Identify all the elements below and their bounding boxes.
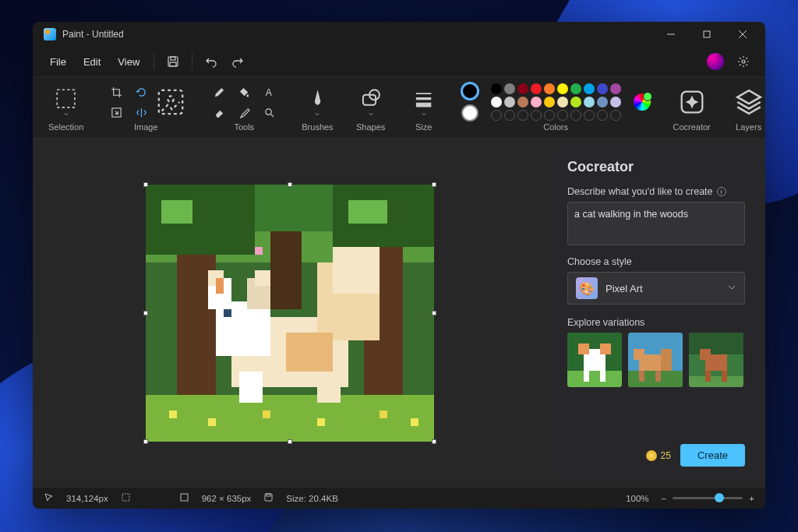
color-swatch[interactable] (570, 83, 581, 94)
color-swatch[interactable] (491, 97, 502, 107)
resize-handle[interactable] (432, 311, 436, 315)
maximize-button[interactable] (689, 22, 725, 47)
save-button[interactable] (161, 49, 185, 74)
rotate-tool[interactable] (130, 83, 152, 101)
custom-color-slot[interactable] (544, 110, 555, 121)
color-swatch[interactable] (491, 83, 502, 94)
custom-color-slot[interactable] (597, 110, 608, 121)
color-swatch[interactable] (557, 97, 568, 107)
resize-tool[interactable] (105, 103, 127, 122)
custom-color-slot[interactable] (557, 110, 568, 121)
remove-bg-tool[interactable] (155, 87, 186, 117)
flip-tool[interactable] (130, 103, 152, 122)
color1-swatch[interactable] (461, 83, 478, 100)
svg-rect-73 (181, 494, 188, 501)
variations-label: Explore variations (567, 317, 745, 328)
prompt-input[interactable] (567, 202, 745, 245)
style-value: Pixel Art (606, 283, 643, 294)
cocreator-button[interactable] (673, 87, 711, 117)
resize-handle[interactable] (432, 439, 436, 444)
menu-view[interactable]: View (110, 52, 147, 72)
svg-rect-57 (600, 371, 606, 382)
color-swatch[interactable] (610, 83, 621, 94)
canvas-area[interactable] (33, 139, 547, 487)
resize-handle[interactable] (288, 182, 292, 187)
group-colors: Colors (454, 80, 659, 135)
svg-rect-49 (411, 418, 418, 426)
color-swatch[interactable] (584, 83, 595, 94)
brushes-dropdown[interactable] (302, 87, 333, 117)
svg-rect-41 (317, 372, 341, 403)
layers-button[interactable] (733, 87, 764, 117)
pencil-tool[interactable] (208, 83, 230, 101)
eraser-tool[interactable] (208, 103, 230, 122)
resize-handle[interactable] (432, 182, 436, 187)
menu-edit[interactable]: Edit (76, 52, 108, 72)
color-swatch[interactable] (504, 97, 515, 107)
create-button[interactable]: Create (680, 444, 745, 467)
undo-button[interactable] (199, 49, 224, 74)
style-dropdown[interactable]: 🎨 Pixel Art (567, 272, 745, 305)
custom-color-slot[interactable] (504, 110, 515, 121)
color-swatch[interactable] (531, 83, 542, 94)
user-avatar[interactable] (703, 49, 728, 74)
menu-file[interactable]: File (42, 52, 74, 72)
svg-rect-62 (661, 349, 672, 371)
svg-rect-74 (265, 494, 272, 501)
ribbon: Selection Image A (33, 76, 765, 139)
size-dropdown[interactable] (408, 87, 440, 117)
selection-tool[interactable] (51, 87, 82, 117)
color-swatch[interactable] (544, 97, 555, 107)
variation-thumbnail[interactable] (628, 333, 683, 387)
color-swatch[interactable] (531, 97, 542, 107)
custom-color-slot[interactable] (584, 110, 595, 121)
magnifier-tool[interactable] (258, 103, 280, 122)
coin-icon (646, 450, 657, 461)
color-swatch[interactable] (544, 83, 555, 94)
color-swatch[interactable] (504, 83, 515, 94)
redo-button[interactable] (225, 49, 250, 74)
custom-color-slot[interactable] (570, 110, 581, 121)
shapes-dropdown[interactable] (355, 87, 387, 117)
color2-swatch[interactable] (461, 104, 478, 122)
resize-handle[interactable] (143, 439, 148, 444)
color-swatch[interactable] (570, 97, 581, 107)
color-swatch[interactable] (517, 83, 528, 94)
minimize-button[interactable] (653, 22, 689, 47)
variation-thumbnail[interactable] (689, 333, 743, 387)
color-swatch[interactable] (557, 83, 568, 94)
crop-tool[interactable] (105, 83, 127, 101)
zoom-slider[interactable] (673, 497, 743, 499)
resize-handle[interactable] (143, 182, 148, 187)
picker-tool[interactable] (233, 103, 255, 122)
resize-handle[interactable] (288, 439, 292, 444)
canvas[interactable] (146, 185, 434, 442)
variation-thumbnail[interactable] (567, 333, 622, 387)
text-tool[interactable]: A (258, 83, 280, 101)
settings-button[interactable] (731, 49, 756, 74)
color-swatch[interactable] (584, 97, 595, 107)
dimensions-icon (179, 492, 189, 504)
color-swatch[interactable] (610, 97, 621, 107)
panel-title: Cocreator (567, 159, 745, 175)
svg-rect-42 (286, 333, 333, 372)
color-swatch[interactable] (597, 97, 608, 107)
info-icon[interactable]: i (717, 187, 726, 196)
custom-color-slot[interactable] (517, 110, 528, 121)
color-picker-button[interactable] (634, 93, 651, 111)
close-button[interactable] (725, 22, 761, 47)
svg-rect-8 (57, 90, 75, 107)
custom-color-slot[interactable] (610, 110, 621, 121)
group-brushes: Brushes (294, 80, 341, 135)
custom-color-slot[interactable] (491, 110, 502, 121)
resize-handle[interactable] (143, 311, 148, 315)
zoom-out-button[interactable]: − (662, 494, 667, 503)
group-tools: A Tools (200, 80, 288, 135)
color-swatch[interactable] (517, 97, 528, 107)
zoom-in-button[interactable]: + (749, 494, 754, 503)
fill-tool[interactable] (233, 83, 255, 101)
custom-color-slot[interactable] (531, 110, 542, 121)
describe-label: Describe what you'd like to createi (567, 186, 745, 197)
color-swatch[interactable] (597, 83, 608, 94)
status-filesize: Size: 20.4KB (286, 494, 337, 503)
